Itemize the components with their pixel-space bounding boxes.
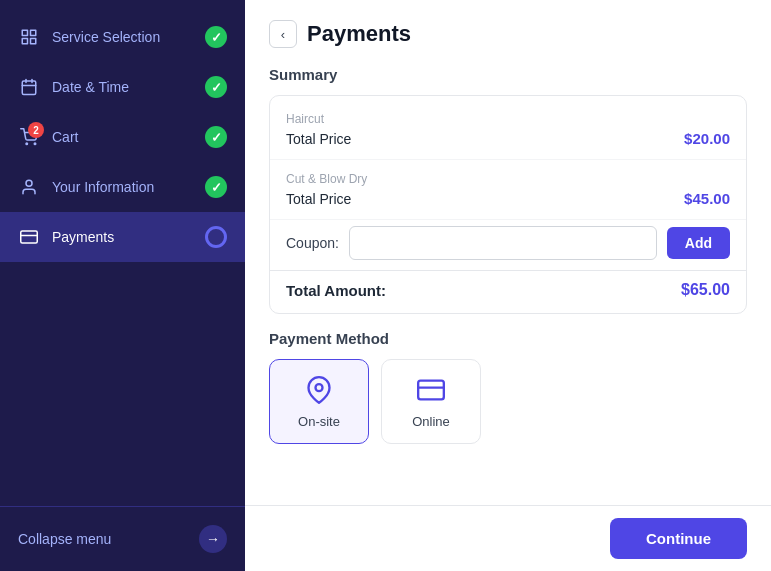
total-price: $65.00 [681,281,730,299]
service-name-haircut: Haircut [286,112,730,126]
sidebar-nav: Service Selection Date & Time 2 Cart Y [0,0,245,506]
sidebar-item-service-selection[interactable]: Service Selection [0,12,245,62]
coupon-input[interactable] [349,226,657,260]
payment-option-label-on-site: On-site [298,414,340,429]
sidebar-item-label: Payments [52,229,193,245]
service-item-blow-dry: Cut & Blow Dry Total Price $45.00 [270,160,746,220]
service-row-blow-dry: Total Price $45.00 [286,190,730,207]
sidebar-item-payments[interactable]: Payments [0,212,245,262]
summary-box: Haircut Total Price $20.00 Cut & Blow Dr… [269,95,747,314]
check-icon [205,76,227,98]
sidebar: Service Selection Date & Time 2 Cart Y [0,0,245,571]
sidebar-item-label: Date & Time [52,79,193,95]
sidebar-item-your-information[interactable]: Your Information [0,162,245,212]
svg-point-8 [26,143,28,145]
svg-rect-3 [31,39,36,44]
back-button[interactable]: ‹ [269,20,297,48]
continue-button[interactable]: Continue [610,518,747,559]
check-icon [205,176,227,198]
service-selection-icon [18,26,40,48]
sidebar-item-date-time[interactable]: Date & Time [0,62,245,112]
service-name-blow-dry: Cut & Blow Dry [286,172,730,186]
sidebar-item-label: Cart [52,129,193,145]
service-label-blow-dry: Total Price [286,191,351,207]
content-body: ‹ Payments Summary Haircut Total Price $… [245,0,771,505]
cart-badge: 2 [28,122,44,138]
svg-point-9 [34,143,36,145]
page-header: ‹ Payments [269,20,747,48]
svg-rect-14 [418,381,444,400]
main-content: ‹ Payments Summary Haircut Total Price $… [245,0,771,571]
payments-icon [18,226,40,248]
page-title: Payments [307,21,411,47]
svg-rect-2 [22,39,27,44]
total-row: Total Amount: $65.00 [270,270,746,309]
sidebar-item-label: Your Information [52,179,193,195]
service-row-haircut: Total Price $20.00 [286,130,730,147]
collapse-arrow-icon: → [199,525,227,553]
svg-point-10 [26,180,32,186]
svg-rect-4 [22,81,36,95]
payment-method-title: Payment Method [269,330,747,347]
online-icon [415,374,447,406]
circle-progress-icon [205,226,227,248]
collapse-menu-label: Collapse menu [18,531,111,547]
coupon-label: Coupon: [286,235,339,251]
service-item-haircut: Haircut Total Price $20.00 [270,100,746,160]
content-footer: Continue [245,505,771,571]
service-price-blow-dry: $45.00 [684,190,730,207]
coupon-row: Coupon: Add [270,220,746,270]
payment-option-online[interactable]: Online [381,359,481,444]
sidebar-item-label: Service Selection [52,29,193,45]
service-label-haircut: Total Price [286,131,351,147]
collapse-menu-button[interactable]: Collapse menu → [0,506,245,571]
svg-point-13 [316,384,323,391]
on-site-icon [303,374,335,406]
summary-title: Summary [269,66,747,83]
check-icon [205,126,227,148]
add-coupon-button[interactable]: Add [667,227,730,259]
svg-rect-11 [21,231,38,243]
payment-option-on-site[interactable]: On-site [269,359,369,444]
date-time-icon [18,76,40,98]
check-icon [205,26,227,48]
sidebar-item-cart[interactable]: 2 Cart [0,112,245,162]
svg-rect-1 [31,30,36,35]
payment-options: On-site Online [269,359,747,444]
service-price-haircut: $20.00 [684,130,730,147]
your-information-icon [18,176,40,198]
svg-rect-0 [22,30,27,35]
total-label: Total Amount: [286,282,386,299]
payment-option-label-online: Online [412,414,450,429]
